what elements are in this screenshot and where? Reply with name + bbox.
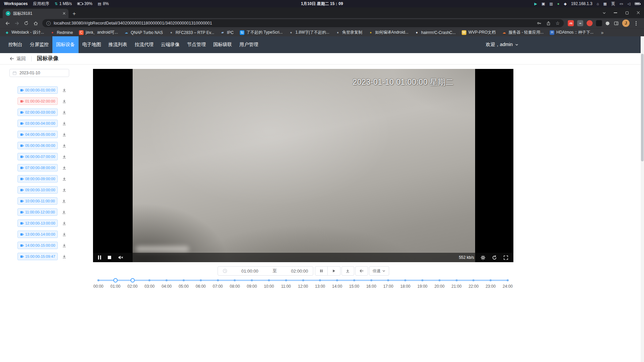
bookmark-item[interactable]: ● RFC2833 – RTP Ev... <box>169 30 214 35</box>
extension-icon[interactable]: ∞ <box>577 20 583 26</box>
browser-home-icon[interactable] <box>31 19 40 28</box>
record-chip[interactable]: 06:00:00-07:00:00 <box>17 153 58 160</box>
timeline-tick[interactable] <box>456 279 458 281</box>
nav-tab[interactable]: 节点管理 <box>183 36 210 53</box>
timeline-tick[interactable] <box>217 279 219 281</box>
password-key-icon[interactable] <box>537 21 542 26</box>
timeline-tick[interactable] <box>472 279 474 281</box>
bookmark-item[interactable]: ● hairrrrr/C-CrashC... <box>414 30 456 35</box>
record-download-button[interactable] <box>62 144 66 148</box>
player-mute-button[interactable] <box>118 255 123 260</box>
screenshot-icon[interactable]: ▣ <box>542 2 545 6</box>
timeline-tick[interactable] <box>439 279 441 281</box>
player-fullscreen-button[interactable] <box>503 255 508 260</box>
play-button[interactable] <box>328 266 340 276</box>
record-download-button[interactable] <box>62 110 66 115</box>
nav-tab[interactable]: 控制台 <box>5 36 26 53</box>
player-pause-button[interactable] <box>98 255 101 259</box>
bookmark-item[interactable]: ● 免登录复制 <box>335 30 362 35</box>
video-player[interactable]: 2023-01-10 01:00:00 星期二 552 kb/s <box>93 69 513 262</box>
timeline-tick[interactable] <box>387 279 389 281</box>
timeline-tick[interactable] <box>166 279 168 281</box>
timeline-handle[interactable] <box>130 278 135 283</box>
player-settings-button[interactable] <box>480 255 486 260</box>
ip-address[interactable]: 192.168.1.3 <box>571 1 592 6</box>
window-minimize-button[interactable] <box>610 7 621 18</box>
extension-icon[interactable]: JS <box>568 20 574 26</box>
timeline-handle[interactable] <box>113 278 118 283</box>
record-download-button[interactable] <box>62 99 66 104</box>
record-download-button[interactable] <box>62 132 66 137</box>
timeline-tick[interactable] <box>336 279 338 281</box>
panel-icon[interactable]: ▦ <box>603 2 607 6</box>
timeline-tick[interactable] <box>234 279 236 281</box>
timeline-tick[interactable] <box>148 279 150 281</box>
time-range-end[interactable]: 02:00:00 <box>291 269 308 274</box>
record-chip[interactable]: 11:00:00-12:00:00 <box>17 208 57 216</box>
address-bar[interactable]: i localhost:38080/#/gbRecordDetail/34020… <box>42 19 564 27</box>
timeline-tick[interactable] <box>200 279 202 281</box>
user-menu[interactable]: 欢迎，admin <box>486 36 518 53</box>
record-download-button[interactable] <box>62 232 66 237</box>
record-chip[interactable]: 15:00:00-15:09:47 <box>17 253 58 260</box>
step-back-button[interactable] <box>355 266 368 276</box>
nav-tab[interactable]: 国标级联 <box>210 36 236 53</box>
home-icon[interactable]: ⌂ <box>597 2 599 6</box>
puzzle-extensions-icon[interactable] <box>605 21 610 26</box>
nav-tab[interactable]: 推流列表 <box>105 36 131 53</box>
record-chip[interactable]: 03:00:00-04:00:00 <box>17 120 58 127</box>
record-chip[interactable]: 07:00:00-08:00:00 <box>17 164 58 171</box>
tab-search-icon[interactable] <box>598 7 610 18</box>
bookmark-item[interactable]: 知 了不起的 TypeScri... <box>240 30 283 35</box>
timeline-tick[interactable] <box>183 279 185 281</box>
clock[interactable]: 1月10日 星期二 15：09 <box>301 1 343 7</box>
timeline-tick[interactable] <box>421 279 423 281</box>
timeline-tick[interactable] <box>507 279 509 281</box>
bookmark-star-icon[interactable]: ☆ <box>555 21 560 26</box>
timeline-tick[interactable] <box>285 279 287 281</box>
timeline-tick[interactable] <box>404 279 406 281</box>
input-method-indicator[interactable]: 英 <box>611 1 615 7</box>
record-chip[interactable]: 13:00:00-14:00:00 <box>17 231 58 238</box>
forward-icon[interactable] <box>12 19 21 28</box>
record-chip[interactable]: 02:00:00-03:00:00 <box>17 109 58 116</box>
timeline-tick[interactable] <box>302 279 304 281</box>
extension-icon[interactable] <box>596 20 602 26</box>
keyboard-icon[interactable]: ▭ <box>619 2 623 6</box>
nav-tab[interactable]: 分屏监控 <box>26 36 52 53</box>
time-range-picker[interactable]: 01:00:00 至 02:00:00 <box>218 266 313 276</box>
bookmark-item[interactable]: ● 如何编译Android... <box>368 30 408 35</box>
side-panel-icon[interactable] <box>614 21 619 26</box>
scrollbar-thumb[interactable] <box>641 54 644 161</box>
nav-tab[interactable]: 拉流代理 <box>131 36 157 53</box>
record-download-button[interactable] <box>62 88 66 92</box>
player-stop-button[interactable] <box>108 256 111 259</box>
volume-icon[interactable]: ◁ <box>628 2 630 6</box>
applications-button[interactable]: 应用程序 <box>33 1 49 7</box>
speed-button[interactable]: 倍速 <box>369 266 389 276</box>
back-button[interactable]: 返回 <box>9 56 26 62</box>
bookmark-item[interactable]: ● Redmine <box>50 30 73 35</box>
share-icon[interactable] <box>546 21 551 26</box>
extension-icon[interactable] <box>587 20 593 26</box>
record-chip[interactable]: 01:00:00-02:00:00 <box>17 97 58 105</box>
battery-indicator[interactable]: 39% <box>77 1 92 6</box>
back-icon[interactable] <box>3 19 12 28</box>
record-download-button[interactable] <box>62 188 66 192</box>
timeline-track[interactable] <box>98 280 508 281</box>
bookmark-item[interactable]: ☁ 服务器 - 轻量应用... <box>502 30 544 35</box>
bookmark-item[interactable]: ● 1.8W字|了不起的... <box>289 30 329 35</box>
record-download-button[interactable] <box>62 210 66 214</box>
record-chip[interactable]: 08:00:00-09:00:00 <box>17 175 58 183</box>
bookmark-item[interactable]: W WVP-PRO文档 <box>462 30 496 35</box>
date-picker-input[interactable]: 2023-01-10 <box>9 69 69 77</box>
reload-icon[interactable] <box>21 19 31 28</box>
browser-menu-icon[interactable] <box>636 23 637 24</box>
record-chip[interactable]: 12:00:00-13:00:00 <box>17 219 58 227</box>
bookmark-item[interactable]: ☁ QNAP Turbo NAS <box>124 30 163 35</box>
net-speed-indicator[interactable]: ⇅ 1 MB/s <box>54 1 72 6</box>
window-maximize-button[interactable] <box>621 7 633 18</box>
record-chip[interactable]: 14:00:00-15:00:00 <box>17 242 58 249</box>
nav-tab[interactable]: 用户管理 <box>236 36 262 53</box>
timeline-tick[interactable] <box>319 279 321 281</box>
